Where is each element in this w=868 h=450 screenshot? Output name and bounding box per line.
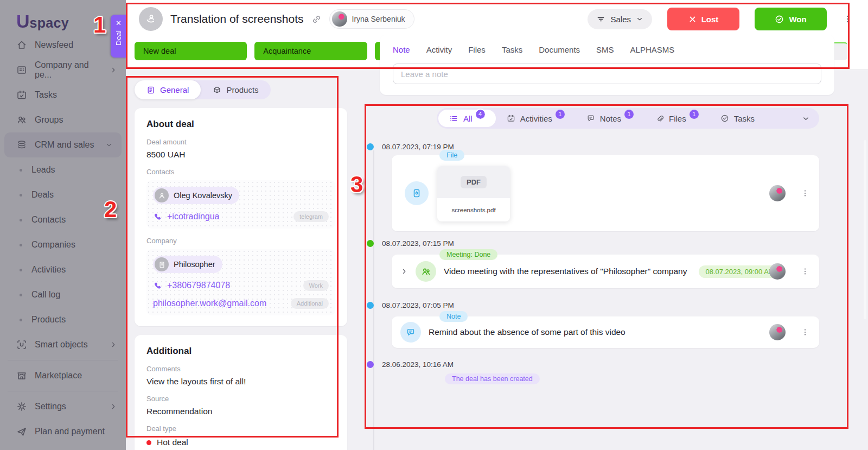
filter-all[interactable]: All 4 <box>438 110 496 127</box>
avatar <box>769 263 786 280</box>
deal-info-panel: General Products About deal Deal amount … <box>135 80 347 450</box>
lost-button[interactable]: Lost <box>667 8 739 30</box>
deal-avatar <box>139 7 163 31</box>
meeting-datetime-badge: 08.07.2023, 09:00 AM <box>699 265 781 278</box>
tab-documents[interactable]: Documents <box>539 45 580 54</box>
filter-icon <box>596 15 605 24</box>
meeting-icon <box>416 261 436 282</box>
filter-label: All <box>463 114 473 123</box>
filter-files[interactable]: Files 1 <box>644 110 710 127</box>
contact-chip[interactable]: Oleg Kovalevsky <box>153 187 239 204</box>
file-extension: PDF <box>461 176 487 188</box>
kebab-menu-icon[interactable] <box>799 187 812 200</box>
type-badge: File <box>439 150 464 161</box>
timeline-dot <box>367 143 374 150</box>
tab-alphasms[interactable]: ALPHASMS <box>630 45 675 54</box>
filter-activities[interactable]: Activities 1 <box>496 110 576 127</box>
tab-sms[interactable]: SMS <box>596 45 614 54</box>
field-label: Deal amount <box>146 138 335 146</box>
filter-label: Notes <box>600 114 621 123</box>
x-icon <box>688 15 697 23</box>
owner-name: Iryna Serbeniuk <box>352 15 405 23</box>
expand-chevron-icon[interactable] <box>400 268 408 275</box>
deal-type-label: Hot deal <box>157 438 188 447</box>
additional-card: Additional Comments View the layouts fir… <box>135 335 347 450</box>
tab-general[interactable]: General <box>135 80 201 99</box>
stage-acquaintance[interactable]: Acquaintance <box>254 42 367 60</box>
deal-type-value: Hot deal <box>146 438 335 447</box>
kebab-menu-icon[interactable] <box>799 265 812 278</box>
timeline-dot <box>367 240 374 247</box>
note-input[interactable] <box>393 64 821 84</box>
chevron-down-icon[interactable] <box>802 115 810 123</box>
phone-icon <box>153 212 162 221</box>
avatar <box>769 324 786 340</box>
tab-activity[interactable]: Activity <box>426 45 452 54</box>
timeline-dot <box>367 361 374 368</box>
timeline-date-row: 08.07.2023, 07:19 PM <box>365 143 858 151</box>
timeline-card-meeting: Meeting: Done Video meeting with the rep… <box>392 255 819 288</box>
phone-icon <box>153 281 162 290</box>
funnel-select[interactable]: Sales <box>588 9 652 29</box>
sidebar-scrollbar[interactable] <box>864 140 866 319</box>
link-icon[interactable] <box>311 14 322 24</box>
company-phone-link[interactable]: +380679874078 <box>153 281 230 290</box>
tab-note[interactable]: Note <box>393 45 410 54</box>
company-email: philosopher.work@gmail.com <box>153 299 266 308</box>
lost-label: Lost <box>701 15 719 24</box>
field-label: Comments <box>146 365 335 373</box>
filter-tasks[interactable]: Tasks <box>710 110 765 127</box>
filter-notes[interactable]: Notes 1 <box>576 110 644 127</box>
about-deal-card: About deal Deal amount 8500 UAH Contacts… <box>135 108 347 326</box>
file-attachment[interactable]: PDF screenshots.pdf <box>437 166 510 221</box>
deal-slideover-tab[interactable]: ✕ Deal <box>111 15 126 58</box>
sidebar-dim-overlay <box>0 0 126 450</box>
document-icon <box>146 86 155 94</box>
message-icon <box>586 114 595 123</box>
file-preview: PDF <box>437 166 510 198</box>
contact-phone-link[interactable]: +icotradingua <box>153 212 220 221</box>
avatar <box>769 185 786 201</box>
list-icon <box>449 114 458 123</box>
field-label: Source <box>146 395 335 403</box>
timeline-card-file: File PDF screenshots.pdf <box>392 155 819 231</box>
type-badge: Meeting: Done <box>439 249 497 260</box>
type-badge: Note <box>439 311 468 322</box>
tab-products[interactable]: Products <box>201 80 270 99</box>
company-email-link[interactable]: philosopher.work@gmail.com <box>153 299 266 308</box>
meeting-title[interactable]: Video meeting with the representatives o… <box>444 267 687 276</box>
company-name: Philosopher <box>174 260 215 269</box>
stage-new-deal[interactable]: New deal <box>135 42 247 60</box>
timeline-date-row: 08.07.2023, 07:15 PM <box>365 239 858 248</box>
won-button[interactable]: Won <box>755 8 827 30</box>
contact-phone: +icotradingua <box>167 212 220 221</box>
note-text[interactable]: Remind about the absence of some part of… <box>429 327 626 337</box>
won-label: Won <box>789 15 806 24</box>
timeline-line <box>373 150 374 450</box>
company-chip[interactable]: Philosopher <box>153 256 222 273</box>
timeline-card-note: Note Remind about the absence of some pa… <box>392 316 819 348</box>
timeline-date: 08.07.2023, 07:05 PM <box>382 301 454 309</box>
kebab-menu-icon[interactable] <box>841 12 855 26</box>
deal-amount-value: 8500 UAH <box>146 150 335 160</box>
person-icon <box>155 188 169 202</box>
chevron-down-icon <box>636 15 643 23</box>
timeline-filters: All 4 Activities 1 Notes 1 Files 1 Tasks <box>437 108 819 129</box>
card-title: Additional <box>146 346 335 357</box>
timeline-date: 28.06.2023, 10:16 AM <box>382 360 454 369</box>
card-title: About deal <box>146 119 335 130</box>
note-icon <box>400 322 421 343</box>
building-icon <box>155 257 169 271</box>
field-label: Contacts <box>146 168 335 176</box>
count-badge: 1 <box>556 110 565 119</box>
deal-owner[interactable]: Iryna Serbeniuk <box>329 9 414 29</box>
phone-type-tag: Work <box>303 280 329 291</box>
close-icon[interactable]: ✕ <box>116 20 122 27</box>
composer-card: Note Activity Files Tasks Documents SMS … <box>380 35 834 95</box>
filter-label: Files <box>669 114 686 123</box>
tab-tasks[interactable]: Tasks <box>502 45 522 54</box>
timeline: 08.07.2023, 07:19 PM File PDF screenshot… <box>365 143 858 384</box>
kebab-menu-icon[interactable] <box>799 326 812 339</box>
tab-files[interactable]: Files <box>468 45 486 54</box>
timeline-dot <box>367 302 374 309</box>
